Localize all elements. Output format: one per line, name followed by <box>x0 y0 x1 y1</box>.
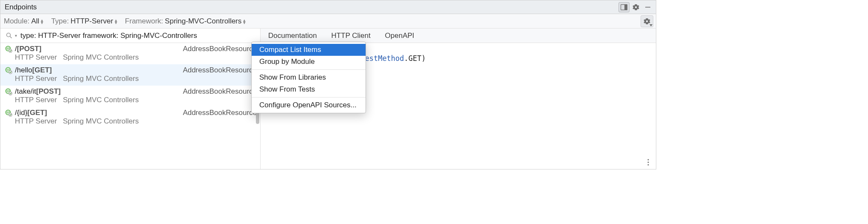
more-vert-icon[interactable] <box>643 157 653 167</box>
endpoint-server: HTTP Server <box>15 75 57 83</box>
endpoint-row[interactable]: /take/it [POST]AddressBookResourceHTTP S… <box>0 86 260 107</box>
svg-rect-2 <box>645 7 650 8</box>
framework-filter-value: Spring-MVC-Controllers <box>165 17 241 26</box>
chevron-down-icon[interactable]: ▾ <box>15 33 17 38</box>
detail-tab[interactable]: Documentation <box>268 32 317 40</box>
svg-point-13 <box>647 159 649 160</box>
code-tail: ) <box>422 54 426 63</box>
module-filter[interactable]: Module: All ▴▾ <box>4 17 43 26</box>
tool-window-title-bar: Endpoints <box>0 0 656 14</box>
endpoint-subinfo: HTTP ServerSpring MVC Controllers <box>15 117 257 126</box>
endpoint-icon <box>5 88 12 95</box>
endpoint-path: /hello <box>15 66 32 75</box>
endpoint-framework: Spring MVC Controllers <box>63 117 139 126</box>
svg-line-4 <box>10 37 11 38</box>
chevron-updown-icon: ▴▾ <box>115 18 117 24</box>
search-input[interactable] <box>20 31 257 40</box>
type-filter[interactable]: Type: HTTP-Server ▴▾ <box>51 17 117 26</box>
framework-filter-label: Framework: <box>125 17 163 26</box>
endpoint-method: [POST] <box>36 87 61 96</box>
svg-rect-1 <box>624 5 627 10</box>
endpoint-framework: Spring MVC Controllers <box>63 53 139 62</box>
chevron-updown-icon: ▴▾ <box>41 18 43 24</box>
endpoint-server: HTTP Server <box>15 96 57 104</box>
popup-item[interactable]: Configure OpenAPI Sources... <box>252 99 366 111</box>
endpoint-path: /{id} <box>15 109 27 117</box>
endpoint-framework: Spring MVC Controllers <box>63 75 139 83</box>
view-options-gear-button[interactable] <box>641 15 653 27</box>
settings-gear-icon[interactable] <box>630 2 641 12</box>
popup-separator <box>252 69 366 70</box>
popup-separator <box>252 97 366 98</box>
module-filter-value: All <box>31 17 39 26</box>
popup-item[interactable]: Show From Tests <box>252 83 366 95</box>
type-filter-label: Type: <box>51 17 69 26</box>
filter-bar: Module: All ▴▾ Type: HTTP-Server ▴▾ Fram… <box>0 14 656 29</box>
svg-point-6 <box>9 49 12 53</box>
svg-point-8 <box>9 71 12 74</box>
endpoint-path: /take/it <box>15 87 36 96</box>
detail-tabs: DocumentationHTTP ClientOpenAPI <box>261 29 656 43</box>
endpoint-resource: AddressBookResource <box>183 66 257 75</box>
svg-point-15 <box>647 164 649 165</box>
endpoint-resource: AddressBookResource <box>183 109 257 117</box>
type-filter-value: HTTP-Server <box>71 17 113 26</box>
framework-filter[interactable]: Framework: Spring-MVC-Controllers ▴▾ <box>125 17 246 26</box>
svg-point-10 <box>9 92 12 95</box>
endpoint-row[interactable]: / [POST]AddressBookResourceHTTP ServerSp… <box>0 43 260 64</box>
minimize-icon[interactable] <box>642 2 653 12</box>
endpoint-list[interactable]: / [POST]AddressBookResourceHTTP ServerSp… <box>0 43 260 169</box>
tool-window-title: Endpoints <box>5 3 37 11</box>
search-row: ▾ <box>0 29 260 43</box>
endpoint-resource: AddressBookResource <box>183 45 257 53</box>
popup-item[interactable]: Group by Module <box>252 56 366 68</box>
chevron-updown-icon: ▴▾ <box>243 18 246 24</box>
code-method-val: .GET <box>404 54 422 63</box>
endpoint-row[interactable]: /hello [GET]AddressBookResourceHTTP Serv… <box>0 64 260 86</box>
endpoint-server: HTTP Server <box>15 53 57 62</box>
title-actions <box>618 2 653 12</box>
module-filter-label: Module: <box>4 17 29 26</box>
layout-toggle-icon[interactable] <box>618 2 630 12</box>
endpoint-framework: Spring MVC Controllers <box>63 96 139 104</box>
endpoint-icon <box>5 109 12 117</box>
endpoint-subinfo: HTTP ServerSpring MVC Controllers <box>15 75 257 83</box>
endpoint-server: HTTP Server <box>15 117 57 126</box>
endpoint-row[interactable]: /{id} [GET]AddressBookResourceHTTP Serve… <box>0 107 260 128</box>
svg-point-12 <box>9 113 12 117</box>
endpoint-method: [GET] <box>32 66 52 75</box>
popup-item[interactable]: Compact List Items <box>252 44 366 56</box>
detail-tab[interactable]: OpenAPI <box>385 32 414 40</box>
view-options-popup: Compact List ItemsGroup by ModuleShow Fr… <box>251 42 366 113</box>
svg-point-14 <box>647 161 649 163</box>
endpoint-subinfo: HTTP ServerSpring MVC Controllers <box>15 96 257 104</box>
detail-tab[interactable]: HTTP Client <box>331 32 370 40</box>
popup-item[interactable]: Show From Libraries <box>252 72 366 83</box>
endpoint-icon <box>5 66 12 74</box>
svg-point-3 <box>6 33 10 37</box>
endpoint-method: [POST] <box>17 45 42 53</box>
endpoint-subinfo: HTTP ServerSpring MVC Controllers <box>15 53 257 62</box>
endpoint-method: [GET] <box>27 109 47 117</box>
endpoint-icon <box>5 45 12 53</box>
endpoint-resource: AddressBookResource <box>183 87 257 96</box>
search-icon[interactable] <box>4 31 14 41</box>
